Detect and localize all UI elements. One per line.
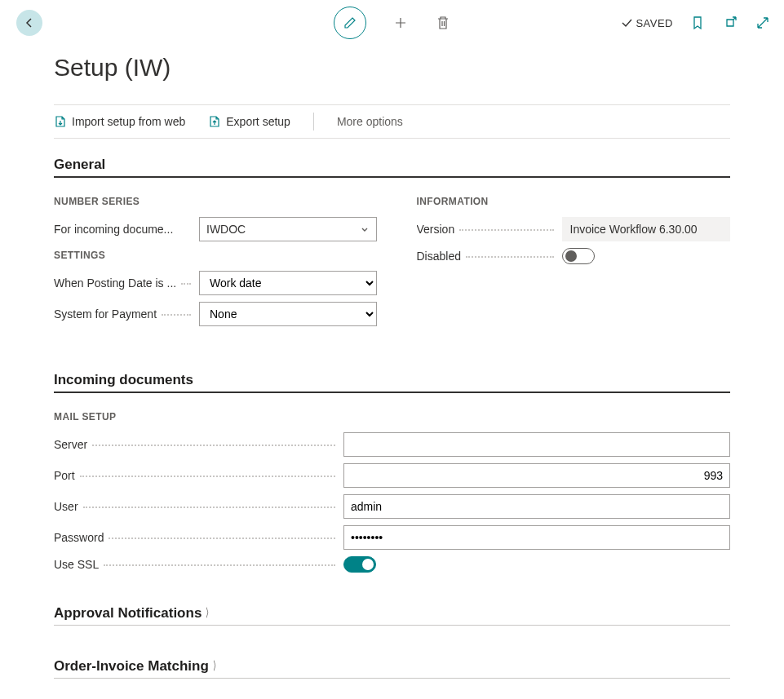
plus-icon [393,15,408,30]
saved-indicator: SAVED [621,17,673,29]
expand-icon [756,16,769,29]
version-row: Version Invoice Workflow 6.30.00 [417,217,731,241]
mail-setup-heading: MAIL SETUP [54,411,730,422]
edit-button[interactable] [334,7,366,39]
incoming-doc-value: IWDOC [206,223,246,236]
saved-label: SAVED [636,17,673,29]
section-general-header[interactable]: General [54,157,730,178]
trash-icon [436,15,450,30]
payment-label: System for Payment [54,307,157,321]
password-label: Password [54,531,104,544]
incoming-doc-lookup[interactable]: IWDOC [199,217,377,241]
divider [313,113,314,131]
posting-date-select[interactable]: Work date [199,271,377,295]
disabled-label: Disabled [417,250,461,263]
right-tools: SAVED [621,15,771,31]
user-row: User [54,494,730,519]
import-icon [54,115,67,128]
information-heading: INFORMATION [417,196,731,207]
export-setup-label: Export setup [226,115,290,128]
center-tools [334,7,451,39]
new-button[interactable] [392,15,409,31]
chevron-right-icon: 〉 [206,606,212,621]
version-label: Version [417,223,455,236]
more-options[interactable]: More options [337,115,403,128]
server-row: Server [54,432,730,457]
payment-row: System for Payment None [54,302,368,326]
chevron-down-icon [360,224,370,234]
popout-icon [724,16,737,29]
disabled-toggle[interactable] [562,248,595,264]
password-row: Password [54,525,730,550]
pencil-icon [343,15,357,30]
check-icon [621,17,632,29]
payment-select[interactable]: None [199,302,377,326]
export-icon [208,115,221,128]
port-input[interactable] [343,463,730,488]
action-bar: Import setup from web Export setup More … [54,104,730,139]
topbar: SAVED [0,0,784,46]
use-ssl-label: Use SSL [54,558,99,571]
user-input[interactable] [343,494,730,519]
general-left-col: NUMBER SERIES For incoming docume... IWD… [54,178,368,333]
port-row: Port [54,463,730,488]
page-title: Setup (IW) [54,54,730,82]
expand-button[interactable] [755,15,771,31]
user-label: User [54,500,78,513]
posting-date-row: When Posting Date is ... Work date [54,271,368,295]
import-setup-label: Import setup from web [72,115,185,128]
content: Setup (IW) Import setup from web Export … [0,54,784,679]
section-incoming-header[interactable]: Incoming documents [54,372,730,393]
server-label: Server [54,438,87,451]
general-right-col: INFORMATION Version Invoice Workflow 6.3… [417,178,731,333]
chevron-right-icon: 〉 [213,659,219,674]
section-approval-header[interactable]: Approval Notifications〉 [54,605,730,626]
incoming-doc-label: For incoming docume... [54,223,173,236]
incoming-doc-row: For incoming docume... IWDOC [54,217,368,241]
general-columns: NUMBER SERIES For incoming docume... IWD… [54,178,730,333]
use-ssl-row: Use SSL [54,556,730,573]
back-button[interactable] [16,10,42,36]
bookmark-icon [692,15,703,30]
number-series-heading: NUMBER SERIES [54,196,368,207]
export-setup-action[interactable]: Export setup [208,115,290,128]
delete-button[interactable] [435,15,451,31]
server-input[interactable] [343,432,730,457]
popout-button[interactable] [722,15,738,31]
bookmark-button[interactable] [689,15,706,31]
arrow-left-icon [23,16,36,29]
posting-date-label: When Posting Date is ... [54,277,176,290]
order-invoice-label: Order-Invoice Matching [54,658,209,674]
version-value: Invoice Workflow 6.30.00 [562,217,731,241]
port-label: Port [54,469,75,482]
settings-heading: SETTINGS [54,250,368,261]
approval-label: Approval Notifications [54,605,202,621]
password-input[interactable] [343,525,730,550]
use-ssl-toggle[interactable] [343,556,376,573]
import-setup-action[interactable]: Import setup from web [54,115,185,128]
section-order-invoice-header[interactable]: Order-Invoice Matching〉 [54,658,730,679]
disabled-row: Disabled [417,248,731,264]
